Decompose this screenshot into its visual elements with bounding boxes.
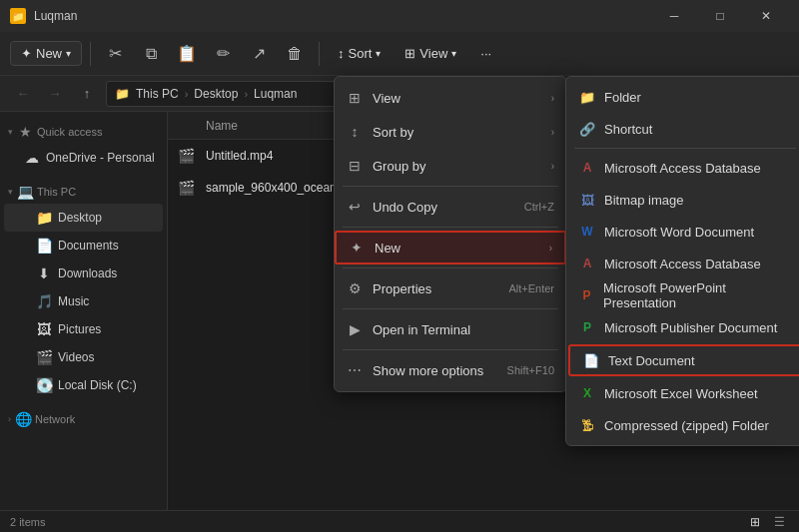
sub-powerpoint[interactable]: P Microsoft PowerPoint Presentation xyxy=(566,279,799,311)
cm-new-label: New xyxy=(375,241,539,256)
sub-excel[interactable]: X Microsoft Excel Worksheet xyxy=(566,377,799,409)
sub-bitmap-label: Bitmap image xyxy=(604,193,683,208)
publisher-icon: P xyxy=(578,318,596,336)
arrow-icon-sort: › xyxy=(551,127,554,138)
shortcut-icon-sub: 🔗 xyxy=(578,120,596,138)
bitmap-icon: 🖼 xyxy=(578,191,596,209)
more-icon-cm: ⋯ xyxy=(347,362,363,378)
excel-icon: X xyxy=(578,384,596,402)
cm-properties-shortcut: Alt+Enter xyxy=(508,282,554,294)
cm-undocopy[interactable]: ↩ Undo Copy Ctrl+Z xyxy=(335,190,566,224)
text-icon: 📄 xyxy=(582,351,600,369)
cm-view-label: View xyxy=(373,91,541,106)
sub-zip[interactable]: 🗜 Compressed (zipped) Folder xyxy=(566,409,799,441)
cm-undocopy-label: Undo Copy xyxy=(373,200,514,215)
sub-bitmap[interactable]: 🖼 Bitmap image xyxy=(566,184,799,216)
sub-publisher[interactable]: P Microsoft Publisher Document xyxy=(566,311,799,343)
cm-sep-4 xyxy=(343,308,558,309)
undo-icon: ↩ xyxy=(347,199,363,215)
arrow-icon-new: › xyxy=(549,243,552,254)
new-icon-cm: ✦ xyxy=(349,240,365,256)
access-icon-2: A xyxy=(578,255,596,272)
sub-access1-label: Microsoft Access Database xyxy=(604,161,761,176)
cm-terminal[interactable]: ▶ Open in Terminal xyxy=(335,312,566,346)
cm-properties-label: Properties xyxy=(373,281,498,296)
access-icon-1: A xyxy=(578,159,596,177)
arrow-icon-group: › xyxy=(551,161,554,172)
cm-sortby[interactable]: ↕ Sort by › xyxy=(335,115,566,149)
cm-sep-2 xyxy=(343,227,558,228)
sub-excel-label: Microsoft Excel Worksheet xyxy=(604,386,758,401)
cm-sep-3 xyxy=(343,267,558,268)
cm-properties[interactable]: ⚙ Properties Alt+Enter xyxy=(335,271,566,305)
sub-shortcut[interactable]: 🔗 Shortcut xyxy=(566,113,799,145)
cm-groupby[interactable]: ⊟ Group by › xyxy=(335,149,566,183)
cm-sep-1 xyxy=(343,186,558,187)
cm-moreoptions[interactable]: ⋯ Show more options Shift+F10 xyxy=(335,353,566,387)
view-icon-cm: ⊞ xyxy=(347,90,363,106)
cm-sortby-label: Sort by xyxy=(373,125,541,140)
sub-folder-label: Folder xyxy=(604,90,641,105)
sub-access2-label: Microsoft Access Database xyxy=(604,257,761,271)
context-menu-overlay: ⊞ View › ↕ Sort by › ⊟ Group by › ↩ Undo… xyxy=(0,0,799,532)
powerpoint-icon: P xyxy=(578,286,595,304)
folder-icon-sub: 📁 xyxy=(578,88,596,106)
sub-shortcut-label: Shortcut xyxy=(604,122,652,137)
sub-text[interactable]: 📄 Text Document xyxy=(568,344,799,376)
sub-publisher-label: Microsoft Publisher Document xyxy=(604,320,777,335)
cm-moreoptions-shortcut: Shift+F10 xyxy=(507,364,554,376)
sub-folder[interactable]: 📁 Folder xyxy=(566,81,799,113)
properties-icon: ⚙ xyxy=(347,280,363,296)
sortby-icon: ↕ xyxy=(347,124,363,140)
zip-icon: 🗜 xyxy=(578,416,596,434)
sub-word-label: Microsoft Word Document xyxy=(604,225,754,240)
cm-sep-5 xyxy=(343,349,558,350)
sub-sep-1 xyxy=(574,148,796,149)
cm-undocopy-shortcut: Ctrl+Z xyxy=(524,201,554,213)
cm-view[interactable]: ⊞ View › xyxy=(335,81,566,115)
cm-groupby-label: Group by xyxy=(373,159,541,174)
sub-zip-label: Compressed (zipped) Folder xyxy=(604,418,769,433)
submenu-new: 📁 Folder 🔗 Shortcut A Microsoft Access D… xyxy=(565,76,799,446)
arrow-icon: › xyxy=(551,93,554,104)
word-icon: W xyxy=(578,223,596,241)
terminal-icon: ▶ xyxy=(347,321,363,337)
sub-access-1[interactable]: A Microsoft Access Database xyxy=(566,152,799,184)
cm-terminal-label: Open in Terminal xyxy=(373,322,554,337)
cm-new[interactable]: ✦ New › xyxy=(335,231,566,265)
sub-access-2[interactable]: A Microsoft Access Database xyxy=(566,248,799,279)
sub-powerpoint-label: Microsoft PowerPoint Presentation xyxy=(603,280,792,310)
groupby-icon: ⊟ xyxy=(347,158,363,174)
context-menu: ⊞ View › ↕ Sort by › ⊟ Group by › ↩ Undo… xyxy=(334,76,567,392)
cm-moreoptions-label: Show more options xyxy=(373,363,497,378)
sub-word[interactable]: W Microsoft Word Document xyxy=(566,216,799,248)
sub-text-label: Text Document xyxy=(608,353,695,368)
